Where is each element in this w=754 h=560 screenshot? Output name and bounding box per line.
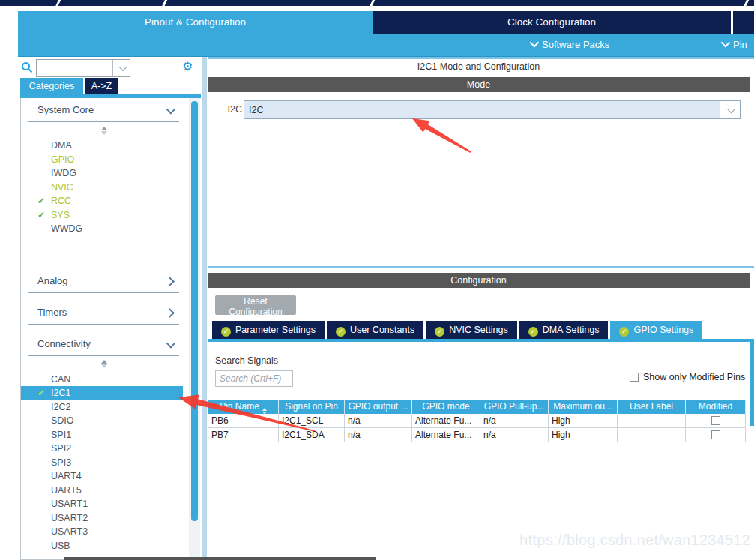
column-header-user-label[interactable]: User Label	[618, 400, 686, 414]
peripheral-tree: System CoreDMAGPIOIWDGNVIC✓RCC✓SYSWWDGAn…	[20, 98, 187, 560]
sidebar-item-spi1[interactable]: SPI1	[21, 428, 183, 442]
sort-icon	[262, 408, 267, 414]
item-label: I2C2	[51, 402, 70, 412]
configuration-panel: Configuration Reset Configuration ✓Param…	[208, 266, 754, 560]
item-label: USART1	[51, 499, 88, 509]
chevron-down-icon	[721, 38, 731, 48]
tab-edge	[743, 0, 749, 8]
category-analog[interactable]: Analog	[28, 269, 179, 293]
column-header-signal-on-pin[interactable]: Signal on Pin	[279, 400, 345, 414]
category-timers[interactable]: Timers	[28, 301, 179, 325]
tab-label: User Constants	[350, 325, 414, 335]
column-header-pin-name[interactable]: Pin Name	[208, 400, 279, 414]
column-label: GPIO Pull-up...	[484, 401, 545, 412]
table-header-row: Pin NameSignal on PinGPIO output ...GPIO…	[208, 400, 746, 414]
tab-edge	[369, 0, 375, 8]
sub-toolbar: Software Packs Pin	[18, 34, 754, 57]
table-body: PB6I2C1_SCLn/aAlternate Fu...n/aHighPB7I…	[208, 414, 746, 442]
sidebar-item-i2c2[interactable]: I2C2	[21, 400, 183, 415]
modified-checkbox[interactable]	[711, 430, 720, 439]
sidebar-item-iwdg[interactable]: IWDG	[21, 166, 183, 181]
item-label: USART2	[51, 513, 88, 523]
tab-a-to-z[interactable]: A->Z	[85, 78, 118, 94]
sidebar-item-i2c1[interactable]: ✓I2C1	[21, 386, 183, 400]
pinout-menu[interactable]: Pin	[721, 34, 747, 56]
sidebar-search-combo	[36, 59, 130, 77]
sidebar-item-sdio[interactable]: SDIO	[21, 414, 183, 428]
column-header-gpio-pull-up[interactable]: GPIO Pull-up...	[480, 400, 549, 414]
show-modified-pins-checkbox[interactable]	[630, 373, 639, 382]
sidebar-item-rcc[interactable]: ✓RCC	[21, 194, 183, 208]
ok-badge-icon: ✓	[528, 327, 538, 337]
tab-dma-settings[interactable]: ✓DMA Settings	[519, 321, 609, 339]
tab-gpio-settings[interactable]: ✓GPIO Settings	[610, 321, 702, 339]
reset-configuration-button[interactable]: Reset Configuration	[215, 295, 296, 315]
table-cell	[618, 414, 686, 427]
column-label: GPIO mode	[422, 401, 469, 412]
table-row[interactable]: PB7I2C1_SDAn/aAlternate Fu...n/aHigh	[208, 428, 746, 442]
tab-categories[interactable]: Categories	[20, 78, 83, 94]
tabs-underline	[208, 339, 754, 342]
sort-spinner-icon[interactable]	[21, 356, 187, 373]
software-packs-menu[interactable]: Software Packs	[530, 34, 609, 56]
sidebar-item-spi2[interactable]: SPI2	[21, 442, 183, 456]
sidebar-item-usart1[interactable]: USART1	[21, 497, 183, 511]
column-header-maximum-ou[interactable]: Maximum ou...	[549, 400, 618, 414]
chevron-right-icon	[165, 277, 175, 286]
sidebar-item-uart5[interactable]: UART5	[21, 484, 183, 498]
panel-title: I2C1 Mode and Configuration	[208, 61, 750, 72]
table-cell: PB6	[208, 414, 279, 427]
sidebar-item-wwdg[interactable]: WWDG	[21, 222, 183, 236]
category-connectivity[interactable]: Connectivity	[28, 332, 179, 356]
i2c-mode-dropdown[interactable]: I2C	[244, 100, 741, 119]
table-cell: n/a	[345, 414, 412, 427]
panel-top-border	[208, 266, 754, 268]
tab-parameter-settings[interactable]: ✓Parameter Settings	[212, 321, 325, 339]
check-icon: ✓	[37, 194, 45, 208]
sidebar-item-nvic[interactable]: NVIC	[21, 181, 183, 195]
table-cell: High	[549, 428, 618, 442]
sidebar-item-dma[interactable]: DMA	[21, 139, 183, 153]
sidebar-item-can[interactable]: CAN	[21, 373, 183, 387]
tab-pinout-configuration[interactable]: Pinout & Configuration	[18, 11, 373, 34]
sidebar: ⚙ Categories A->Z System CoreDMAGPIOIWDG…	[0, 58, 202, 560]
sidebar-item-spi3[interactable]: SPI3	[21, 456, 183, 470]
gear-icon[interactable]: ⚙	[182, 59, 193, 73]
tab-clock-configuration[interactable]: Clock Configuration	[373, 11, 731, 34]
sidebar-item-usart3[interactable]: USART3	[21, 525, 183, 539]
column-header-modified[interactable]: Modified	[686, 400, 746, 414]
show-modified-pins-option[interactable]: Show only Modified Pins	[630, 372, 745, 382]
tab-nvic-settings[interactable]: ✓NVIC Settings	[426, 321, 517, 339]
table-cell	[686, 414, 746, 427]
mode-section-bar: Mode	[208, 77, 750, 92]
search-dropdown-button[interactable]	[112, 60, 130, 76]
column-header-gpio-output[interactable]: GPIO output ...	[345, 400, 412, 414]
check-icon: ✓	[37, 208, 45, 223]
column-header-gpio-mode[interactable]: GPIO mode	[412, 400, 480, 414]
chevron-down-icon	[118, 64, 126, 71]
tab-user-constants[interactable]: ✓User Constants	[327, 321, 423, 339]
sidebar-item-gpio[interactable]: GPIO	[21, 153, 183, 167]
dropdown-button[interactable]	[720, 101, 740, 118]
ok-badge-icon: ✓	[435, 327, 444, 337]
table-cell: High	[549, 414, 618, 427]
modified-checkbox[interactable]	[711, 416, 720, 425]
tab-partial[interactable]	[733, 11, 754, 34]
chevron-down-icon	[530, 38, 540, 48]
category-system-core[interactable]: System Core	[28, 98, 179, 122]
sidebar-item-usb[interactable]: USB	[21, 539, 183, 553]
item-label: RCC	[51, 196, 71, 206]
item-label: GPIO	[51, 154, 74, 165]
tab-label: DMA Settings	[543, 325, 600, 335]
table-row[interactable]: PB6I2C1_SCLn/aAlternate Fu...n/aHigh	[208, 414, 746, 428]
sidebar-item-usart2[interactable]: USART2	[21, 511, 183, 526]
sidebar-scrollbar-thumb[interactable]	[191, 101, 198, 521]
sidebar-item-uart4[interactable]: UART4	[21, 469, 183, 484]
sidebar-search-input[interactable]	[37, 60, 112, 76]
sidebar-item-sys[interactable]: ✓SYS	[21, 208, 183, 223]
sort-spinner-icon[interactable]	[21, 122, 187, 139]
bottom-dock-edge	[64, 557, 376, 560]
search-signals-input[interactable]	[215, 370, 293, 387]
panel-scrollbar-thumb[interactable]	[750, 342, 754, 426]
table-cell	[686, 428, 746, 442]
